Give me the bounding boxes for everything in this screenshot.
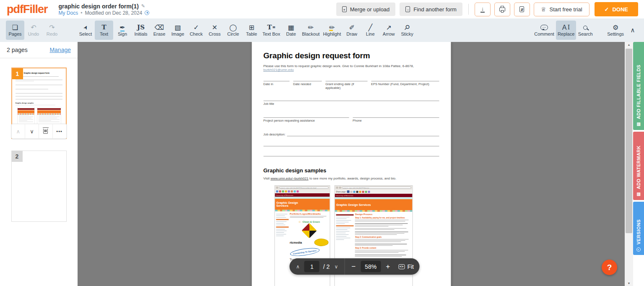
page-thumbnail-1[interactable]: 1 Graphic design request form Graphic de… bbox=[11, 68, 67, 139]
tool-replace[interactable]: A Replace bbox=[556, 21, 576, 40]
gear-icon: ⚙ bbox=[613, 24, 618, 31]
tool-date[interactable]: ▦ Date bbox=[282, 21, 300, 40]
brush-icon: ✐ bbox=[349, 24, 355, 31]
pages-icon: ❏ bbox=[12, 24, 18, 31]
page-2-badge: 2 bbox=[12, 151, 23, 162]
tool-sign[interactable]: ✒ Sign bbox=[113, 21, 132, 40]
job-description-field: Job description: bbox=[263, 133, 439, 136]
circle-icon: ◯ bbox=[229, 24, 237, 31]
document-title-block: graphic design order form(1) ✎ My Docs •… bbox=[59, 3, 150, 16]
tab-add-watermark[interactable]: ▤ ADD WATERMARK bbox=[633, 132, 644, 200]
pages-sidebar: 2 pages Manage 1 Graphic design request … bbox=[0, 42, 78, 286]
tool-comment[interactable]: ⋯ Comment bbox=[532, 21, 556, 40]
page-more-options-button[interactable]: ••• bbox=[53, 124, 66, 138]
phone-field: Phone bbox=[353, 117, 439, 122]
form-title: Graphic design request form bbox=[263, 51, 439, 60]
tool-sticky[interactable]: ⚲ Sticky bbox=[398, 21, 416, 40]
step1-heading: Step 1: Availability, paying for me, and… bbox=[355, 217, 411, 219]
find-another-form-button[interactable]: ○ Find another form bbox=[400, 3, 462, 16]
tool-text[interactable]: T Text bbox=[95, 21, 113, 40]
tool-text-box[interactable]: T Text Box bbox=[261, 21, 282, 40]
tool-redo[interactable]: ↷ Redo bbox=[43, 21, 61, 40]
pdf-page-1[interactable]: Graphic design request form Please use t… bbox=[252, 42, 451, 286]
move-page-up-button[interactable]: ∧ bbox=[12, 124, 26, 138]
help-button[interactable]: ? bbox=[602, 260, 617, 275]
versions-clock-icon bbox=[636, 247, 641, 252]
merge-or-upload-button[interactable]: + Merge or upload bbox=[336, 3, 396, 16]
portfolio-heading: Portfolio>Logos/Wordmarks bbox=[290, 213, 328, 215]
eps-number-field: EPS Number (Fund, Department, Project) bbox=[371, 81, 439, 90]
zoom-level-input[interactable]: 58% bbox=[361, 261, 381, 272]
manage-pages-link[interactable]: Manage bbox=[49, 47, 71, 53]
zoom-out-button[interactable]: − bbox=[350, 263, 357, 271]
tool-settings[interactable]: ⚙ Settings bbox=[605, 21, 626, 40]
samples-text: Visit www.umn.edu/~burkh021 to see more … bbox=[263, 177, 439, 180]
collapse-toolbar-button[interactable]: ∧ bbox=[626, 22, 640, 39]
tab-add-fillable-fields[interactable]: ▤ ADD FILLABLE FIELDS bbox=[633, 42, 644, 130]
scroll-down-arrow[interactable]: ▼ bbox=[625, 282, 633, 285]
compass-logo bbox=[301, 223, 317, 239]
tool-blackout[interactable]: ✏ Blackout bbox=[300, 21, 321, 40]
tab-versions[interactable]: VERSIONS bbox=[633, 202, 644, 255]
pdffiller-logo[interactable]: pdfFiller bbox=[7, 0, 48, 18]
delete-page-button[interactable] bbox=[39, 124, 53, 138]
tool-circle[interactable]: ◯ Circle bbox=[224, 21, 242, 40]
print-button[interactable] bbox=[494, 3, 510, 16]
site-nav bbox=[336, 213, 354, 260]
zoom-in-button[interactable]: + bbox=[384, 263, 391, 271]
previous-page-button[interactable]: ∧ bbox=[295, 264, 301, 270]
tool-pages[interactable]: ❏ Pages bbox=[6, 21, 24, 40]
page-count-label: / 2 bbox=[323, 263, 330, 270]
trash-icon bbox=[43, 129, 48, 134]
vertical-scrollbar[interactable]: ▲ ▼ bbox=[625, 42, 633, 286]
tool-erase[interactable]: ⌫ Erase bbox=[150, 21, 169, 40]
line-icon: ╱ bbox=[368, 24, 372, 31]
tool-line[interactable]: ╱ Line bbox=[361, 21, 379, 40]
project-person-field: Project person requesting assistance bbox=[263, 117, 349, 122]
tool-table[interactable]: ⊞ Table bbox=[242, 21, 261, 40]
edit-title-icon[interactable]: ✎ bbox=[141, 3, 145, 9]
start-free-trial-button[interactable]: ♕ Start free trial bbox=[534, 3, 589, 16]
fax-button[interactable]: ⇵ bbox=[514, 3, 530, 16]
app-header: pdfFiller graphic design order form(1) ✎… bbox=[0, 0, 644, 18]
text-icon: T bbox=[101, 24, 106, 31]
form-fields-row-1: Date in Date needed Grant ending date (i… bbox=[263, 81, 439, 90]
blank-line bbox=[263, 156, 439, 156]
scrollbar-thumb[interactable] bbox=[626, 49, 632, 233]
next-page-button[interactable]: ∨ bbox=[333, 264, 339, 270]
breadcrumb-my-docs[interactable]: My Docs bbox=[59, 10, 78, 16]
fillable-fields-icon: ▤ bbox=[636, 122, 641, 127]
tool-initials[interactable]: JS Initials bbox=[132, 21, 150, 40]
tool-check[interactable]: ✓ Check bbox=[187, 21, 205, 40]
tool-highlight[interactable]: ✏ Highlight bbox=[321, 21, 343, 40]
fit-to-width-button[interactable]: <> Fit bbox=[398, 263, 414, 270]
pages-count-label: 2 pages bbox=[7, 47, 28, 53]
download-button[interactable]: ↓ bbox=[475, 3, 491, 16]
tool-arrow[interactable]: ↗ Arrow bbox=[379, 21, 398, 40]
tool-search[interactable]: Search bbox=[576, 21, 595, 40]
pin-icon: ⚲ bbox=[403, 23, 411, 31]
form-intro: Please use this form to request graphic … bbox=[263, 64, 439, 72]
crown-icon: ♕ bbox=[541, 6, 546, 12]
rtcmedia-logo: rtcmedia bbox=[290, 241, 302, 244]
done-button[interactable]: ✓ DONE bbox=[595, 2, 638, 16]
history-clock-icon[interactable] bbox=[145, 10, 149, 15]
tool-cross[interactable]: ✕ Cross bbox=[205, 21, 224, 40]
page-thumbnail-2[interactable]: 2 bbox=[11, 151, 67, 222]
umn-header-bar: University of Minnesota bbox=[335, 194, 412, 197]
tool-undo[interactable]: ↶ Undo bbox=[24, 21, 43, 40]
date-needed-field: Date needed bbox=[293, 81, 322, 90]
tool-image[interactable]: ▧ Image bbox=[169, 21, 187, 40]
blank-line bbox=[263, 146, 439, 146]
tool-draw[interactable]: ✐ Draw bbox=[343, 21, 361, 40]
tool-select[interactable]: ➤ Select bbox=[76, 21, 95, 40]
editor-toolbar: ❏ Pages ↶ Undo ↷ Redo ➤ Select T Text ✒ … bbox=[0, 18, 644, 42]
current-page-input[interactable]: 1 bbox=[304, 261, 319, 272]
watermark-icon: ▤ bbox=[636, 192, 641, 197]
portfolio-link[interactable]: www.umn.edu/~burkh021 bbox=[270, 177, 309, 180]
move-page-down-button[interactable]: ∨ bbox=[25, 124, 39, 138]
redo-icon: ↷ bbox=[49, 24, 55, 31]
scroll-up-arrow[interactable]: ▲ bbox=[625, 43, 633, 46]
gds-banner: Graphic Design Services bbox=[275, 199, 330, 210]
email-link[interactable]: burkh021@umn.edu bbox=[263, 68, 294, 72]
